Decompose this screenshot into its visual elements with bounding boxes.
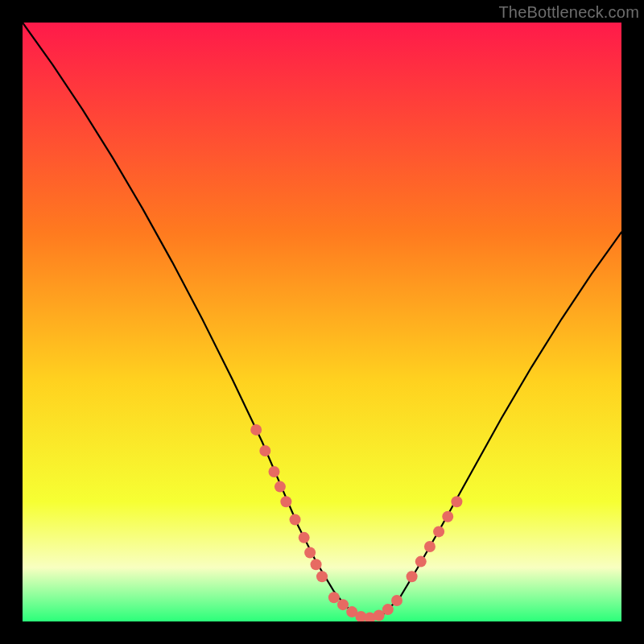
gradient-background (23, 23, 621, 621)
marker-dot (299, 532, 310, 543)
marker-dot (391, 595, 402, 606)
marker-dot (415, 556, 427, 568)
watermark-text: TheBottleneck.com (498, 3, 639, 22)
marker-dot (442, 511, 453, 522)
marker-dot (316, 571, 328, 582)
marker-dot (280, 496, 291, 507)
marker-dot (337, 599, 349, 610)
marker-dot (328, 592, 340, 603)
marker-dot (268, 466, 279, 477)
marker-dot (304, 547, 316, 558)
plot-area (23, 23, 621, 621)
marker-dot (259, 445, 270, 456)
marker-dot (424, 541, 436, 552)
chart-frame: TheBottleneck.com (0, 0, 644, 644)
marker-dot (311, 559, 322, 570)
marker-dot (382, 604, 394, 615)
marker-dot (250, 424, 262, 436)
marker-dot (407, 571, 418, 582)
marker-dot (433, 526, 444, 537)
marker-dot (290, 514, 301, 526)
chart-svg (23, 23, 621, 621)
marker-dot (451, 496, 462, 507)
marker-dot (275, 481, 286, 493)
